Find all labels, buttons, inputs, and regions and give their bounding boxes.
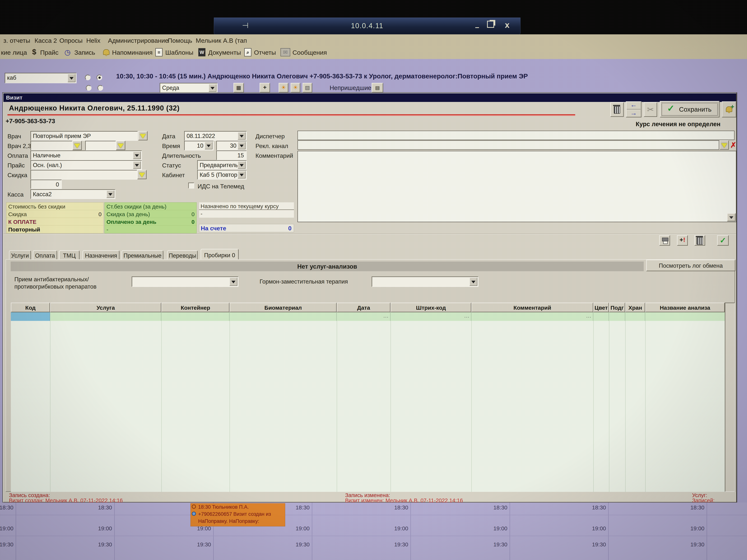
tab-tmc[interactable]: ТМЦ	[59, 250, 80, 259]
toolbar-item-reports[interactable]: Отчеты	[254, 49, 276, 56]
table-row[interactable]: ... ... ...	[6, 312, 736, 321]
scheduler-button-grid[interactable]: ▦	[233, 83, 244, 92]
time-slot[interactable]: 19:00	[378, 525, 408, 532]
add-alert-button[interactable]: +!	[677, 235, 688, 246]
column-header-kommentarij[interactable]: Комментарий	[471, 302, 593, 312]
toolbar-item-persons[interactable]: кие лица	[1, 49, 27, 56]
analyses-table-body[interactable]	[11, 321, 725, 492]
time-slot[interactable]: 18:30	[378, 504, 408, 511]
price-combobox[interactable]: Осн. (нал.)	[30, 160, 142, 170]
no-show-button[interactable]: ▤	[371, 83, 383, 92]
tab-naznacheniya[interactable]: Назначения	[82, 250, 120, 259]
time-slot[interactable]: 19:30	[82, 541, 112, 548]
chevron-down-icon[interactable]	[238, 171, 246, 179]
time-slot[interactable]: 19:30	[378, 541, 408, 548]
radio-button[interactable]	[85, 75, 91, 80]
ad-channel-field[interactable]	[298, 140, 719, 150]
ellipsis-button[interactable]: ...	[464, 313, 469, 319]
column-header-podg[interactable]: Подг	[609, 302, 625, 312]
cash-combobox[interactable]: Касса2	[30, 189, 115, 199]
delete-visit-button[interactable]	[610, 102, 624, 117]
row-cell-nazvanie[interactable]	[645, 312, 725, 321]
column-header-nazvanie[interactable]: Название анализа	[645, 302, 725, 312]
row-cell-hran[interactable]	[625, 312, 645, 321]
menu-item-helix[interactable]: Helix	[86, 37, 101, 44]
row-cell-kod[interactable]	[11, 312, 50, 321]
toolbar-item-documents[interactable]: Документы	[208, 49, 241, 56]
ids-checkbox-label[interactable]: ИДС на Телемед	[198, 183, 244, 190]
time-minutes-spinner[interactable]: 30	[216, 141, 247, 151]
time-slot[interactable]: 19:00	[82, 525, 112, 532]
column-header-kod[interactable]: Код	[11, 302, 50, 312]
comment-textarea[interactable]	[298, 151, 736, 222]
menu-item-oprosy[interactable]: Опросы	[59, 37, 82, 44]
column-header-data[interactable]: Дата	[337, 302, 390, 312]
time-slot[interactable]: 18:30	[82, 504, 112, 511]
confirm-button[interactable]: ✓	[717, 235, 729, 246]
scheduler-button-misc[interactable]: ▨	[303, 83, 312, 92]
row-cell-kommentarij[interactable]: ...	[471, 312, 593, 321]
row-cell-usluga[interactable]	[50, 312, 161, 321]
menu-item-reports[interactable]: з. отчеты	[3, 37, 30, 44]
doctor-picker-button[interactable]	[138, 131, 148, 140]
column-header-biomaterial[interactable]: Биоматериал	[230, 302, 337, 312]
menu-item-administration[interactable]: Администрирование	[108, 37, 169, 44]
dispatcher-field[interactable]	[298, 131, 735, 140]
row-cell-biomaterial[interactable]	[230, 312, 337, 321]
cut-button[interactable]: ✂	[644, 102, 657, 117]
menu-item-user[interactable]: Мельник А.В (тап	[196, 37, 247, 44]
ids-checkbox[interactable]	[188, 183, 194, 189]
discount-picker-button[interactable]	[137, 170, 147, 179]
hormone-combobox[interactable]	[371, 276, 479, 287]
column-header-cvet[interactable]: Цвет	[593, 302, 609, 312]
chevron-down-icon[interactable]	[106, 190, 114, 198]
chevron-down-icon[interactable]	[230, 277, 237, 286]
room-combobox[interactable]: каб	[5, 73, 77, 83]
time-slot[interactable]: 19:30	[478, 541, 508, 548]
save-button[interactable]: ✓ Сохранить	[660, 101, 720, 117]
tab-premialnye[interactable]: Премиальные	[122, 250, 163, 259]
time-slot[interactable]: 19:00	[576, 525, 606, 532]
doctor-field[interactable]: Повторный прием ЭР	[30, 131, 138, 141]
chevron-down-icon[interactable]	[133, 152, 141, 159]
time-slot[interactable]: 19:30	[576, 541, 606, 548]
move-visit-button[interactable]: ← →	[626, 101, 642, 117]
time-hours-spinner[interactable]: 10	[184, 141, 214, 151]
chevron-down-icon[interactable]	[205, 142, 212, 149]
row-cell-cvet[interactable]	[593, 312, 609, 321]
cabinet-combobox[interactable]: Каб 5 (Повторнь	[197, 170, 247, 180]
antifungal-combobox[interactable]	[132, 276, 238, 287]
chevron-down-icon[interactable]	[68, 74, 75, 82]
radio-button[interactable]	[86, 85, 92, 91]
add-reminder-button[interactable]: +	[722, 101, 736, 117]
print-button[interactable]	[659, 235, 670, 246]
close-button[interactable]: x	[505, 20, 510, 30]
restore-button[interactable]	[487, 21, 494, 28]
column-header-kontejner[interactable]: Контейнер	[161, 302, 230, 312]
radio-button[interactable]	[98, 85, 103, 91]
tab-oplata[interactable]: Оплата	[33, 250, 57, 259]
chevron-down-icon[interactable]	[238, 132, 246, 140]
discount-field[interactable]	[30, 170, 137, 180]
doctor3-picker-button[interactable]	[116, 141, 125, 150]
toolbar-item-price[interactable]: Прайс	[40, 49, 58, 56]
time-slot[interactable]: 19:30	[280, 541, 310, 548]
arrow-left-icon[interactable]: ←	[626, 101, 641, 109]
column-header-usluga[interactable]: Услуга	[50, 302, 161, 312]
toolbar-item-reminders[interactable]: Напоминания	[112, 49, 153, 56]
arrow-right-icon[interactable]: →	[626, 109, 641, 117]
chevron-down-icon[interactable]	[209, 84, 216, 92]
ellipsis-button[interactable]: ...	[383, 313, 389, 319]
time-slot[interactable]: 19:30	[0, 541, 14, 548]
tab-probirki-active[interactable]: Пробирки 0	[201, 249, 239, 259]
discount-amount-field[interactable]: 0	[30, 180, 62, 189]
ad-channel-picker-button[interactable]	[720, 140, 729, 150]
duration-field[interactable]: 15	[216, 151, 247, 160]
radio-button-selected[interactable]	[97, 75, 102, 80]
time-slot[interactable]: 19:30	[181, 541, 211, 548]
chevron-down-icon[interactable]	[133, 161, 141, 169]
toolbar-item-messages[interactable]: Сообщения	[292, 49, 327, 56]
row-cell-podg[interactable]	[609, 312, 625, 321]
ellipsis-button[interactable]: ...	[586, 313, 591, 319]
weekday-combobox[interactable]: Среда	[160, 83, 217, 93]
